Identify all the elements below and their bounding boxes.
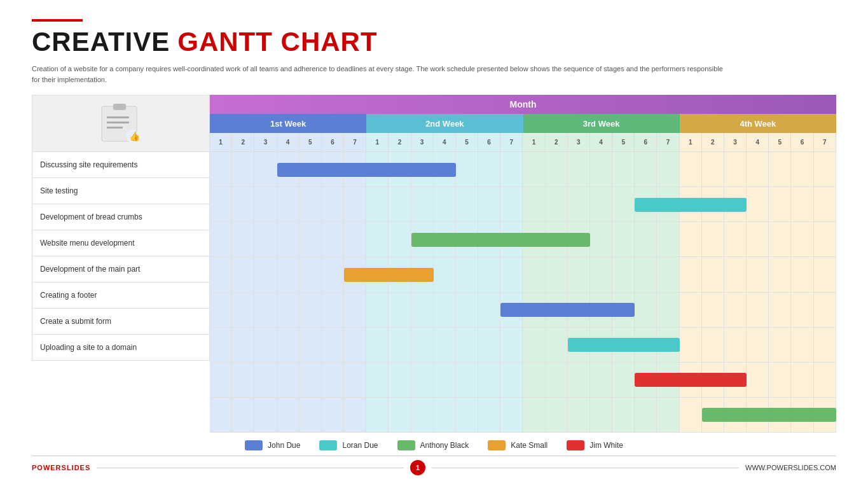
day-header: 2 — [546, 133, 568, 152]
grid-cell — [747, 152, 769, 187]
task-label: Website menu development — [32, 230, 210, 256]
grid-cell — [680, 257, 702, 292]
grid-cell — [322, 328, 344, 363]
legend-item: Jim White — [567, 440, 623, 450]
day-header: 5 — [300, 133, 322, 152]
grid-cell — [500, 257, 523, 292]
grid-cell — [322, 187, 344, 222]
week-header-4: 4th Week — [680, 114, 836, 133]
grid-cell — [456, 363, 478, 398]
grid-row — [210, 293, 836, 328]
grid-cell — [389, 363, 411, 398]
grid-cell — [590, 363, 612, 398]
grid-cell — [210, 328, 232, 363]
grid-cell — [344, 222, 366, 257]
legend-label: Loran Due — [342, 441, 378, 450]
grid-cell — [546, 398, 568, 433]
grid-cell — [434, 363, 456, 398]
grid-cell — [612, 257, 635, 292]
legend-color-box — [488, 440, 506, 450]
page-number: 1 — [410, 460, 425, 475]
day-headers: 1234567123456712345671234567 — [210, 133, 836, 152]
grid-cell — [232, 363, 254, 398]
grid-cell — [344, 328, 366, 363]
day-header: 6 — [791, 133, 813, 152]
day-header: 7 — [500, 133, 523, 152]
grid-cell — [747, 363, 769, 398]
day-header: 4 — [747, 133, 769, 152]
grid-cell — [277, 187, 300, 222]
title-gantt: GANTT CHART — [177, 27, 377, 57]
grid-cell — [590, 152, 612, 187]
grid-cell — [478, 152, 500, 187]
day-header: 6 — [478, 133, 500, 152]
grid-cell — [232, 293, 254, 328]
grid-cell — [747, 293, 769, 328]
grid-cell — [791, 222, 813, 257]
task-label: Create a submit form — [32, 309, 210, 335]
grid-cell — [657, 257, 679, 292]
grid-cell — [546, 257, 568, 292]
grid-cell — [210, 363, 232, 398]
grid-cell — [478, 328, 500, 363]
grid-cell — [769, 187, 791, 222]
grid-cell — [590, 222, 612, 257]
grid-cell — [769, 293, 791, 328]
day-header: 4 — [277, 133, 300, 152]
grid-cell — [300, 398, 322, 433]
day-header: 7 — [814, 133, 836, 152]
grid-cell — [344, 363, 366, 398]
grid-cell — [702, 328, 724, 363]
grid-cell — [814, 257, 836, 292]
grid-cell — [568, 187, 590, 222]
legend-color-box — [397, 440, 415, 450]
grid-cell — [500, 187, 523, 222]
gantt-bar — [635, 198, 747, 212]
grid-cell — [210, 398, 232, 433]
grid-cell — [702, 293, 724, 328]
grid-cell — [232, 152, 254, 187]
grid-cell — [478, 187, 500, 222]
grid-cell — [300, 328, 322, 363]
task-label: Discussing site requirements — [32, 152, 210, 178]
grid-cell — [389, 293, 411, 328]
grid-cell — [434, 293, 456, 328]
grid-row — [210, 328, 836, 363]
grid-cell — [277, 328, 300, 363]
grid-cell — [456, 257, 478, 292]
svg-rect-1 — [113, 104, 126, 110]
grid-cell — [366, 187, 389, 222]
website-url: WWW.POWERSLIDES.COM — [745, 464, 836, 471]
grid-cell — [344, 187, 366, 222]
svg-rect-2 — [107, 116, 129, 118]
grid-cell — [210, 152, 232, 187]
grid-cell — [277, 222, 300, 257]
grid-cell — [434, 328, 456, 363]
grid-cell — [300, 222, 322, 257]
grid-cell — [456, 152, 478, 187]
week-headers: 1st Week2nd Week3rd Week4th Week — [210, 114, 836, 133]
grid-cell — [322, 222, 344, 257]
grid-cell — [702, 257, 724, 292]
grid-cell — [635, 152, 657, 187]
gantt-chart: 👍 Discussing site requirementsSite testi… — [32, 95, 836, 433]
grid-cell — [254, 293, 277, 328]
grid-cell — [546, 363, 568, 398]
grid-cell — [791, 257, 813, 292]
grid-row — [210, 187, 836, 222]
grid-cell — [791, 328, 813, 363]
grid-cell — [657, 293, 679, 328]
day-header: 2 — [702, 133, 724, 152]
grid-cell — [724, 257, 747, 292]
grid-cell — [210, 222, 232, 257]
gantt-bar — [500, 303, 635, 317]
grid-cell — [434, 187, 456, 222]
grid-cell — [747, 187, 769, 222]
grid-cell — [635, 222, 657, 257]
title-row: CREATIVE GANTT CHART — [32, 27, 836, 57]
grid-cell — [590, 398, 612, 433]
grid-cell — [389, 222, 411, 257]
grid-cell — [612, 152, 635, 187]
grid-cell — [254, 328, 277, 363]
task-label: Development of the main part — [32, 256, 210, 282]
